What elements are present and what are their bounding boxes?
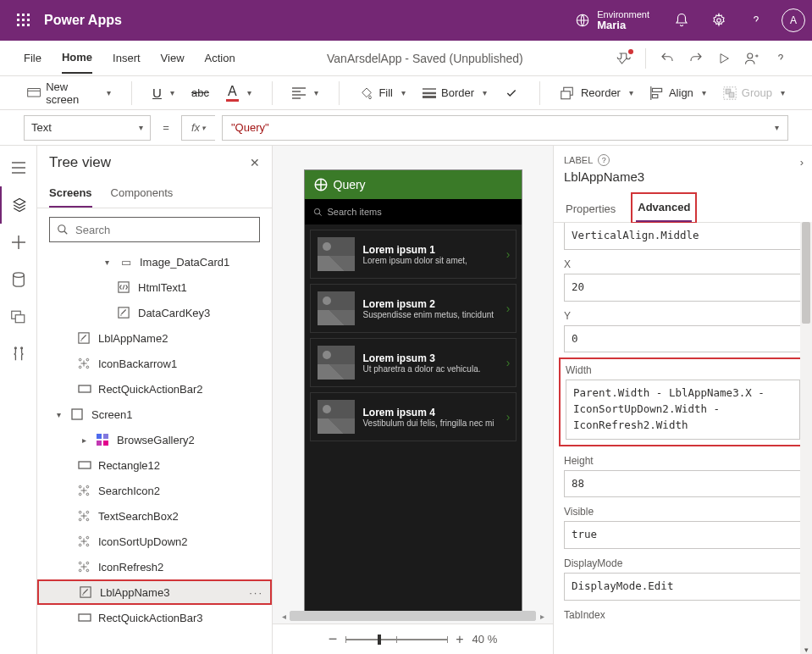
menu-file[interactable]: File [24, 43, 41, 73]
rail-data-icon[interactable] [0, 261, 37, 298]
menu-action[interactable]: Action [205, 43, 235, 73]
menu-insert[interactable]: Insert [113, 43, 141, 73]
reorder-button[interactable]: Reorder [557, 86, 637, 100]
tree-search-input[interactable] [75, 224, 252, 236]
tree-node[interactable]: RectQuickActionBar3 [37, 605, 272, 630]
tree-node[interactable]: LblAppName2 [37, 325, 272, 351]
tree-node[interactable]: TextSearchBox2 [37, 503, 272, 529]
svg-point-58 [86, 485, 89, 488]
left-rail [0, 146, 37, 654]
help-icon[interactable] [737, 0, 775, 41]
list-item[interactable]: Lorem ipsum 3Ut pharetra a dolor ac vehi… [310, 338, 516, 387]
field-input-visible[interactable]: true [564, 521, 802, 549]
tree-search-box[interactable] [49, 217, 260, 242]
menu-home[interactable]: Home [62, 42, 92, 74]
tree-node[interactable]: ▾Screen1 [37, 402, 272, 427]
fx-button[interactable]: fx▾ [181, 115, 215, 141]
list-item[interactable]: Lorem ipsum 1Lorem ipsum dolor sit amet,… [310, 230, 516, 279]
environment-picker[interactable]: Environment Maria [561, 9, 663, 31]
help2-icon[interactable] [773, 51, 788, 66]
rail-hamburger-icon[interactable] [0, 149, 37, 186]
list-item-subtitle: Suspendisse enim metus, tincidunt [363, 310, 494, 319]
strikethrough-button[interactable]: abc [188, 86, 213, 99]
font-color-button[interactable]: A [223, 84, 255, 102]
tree-node[interactable]: IconBackarrow1 [37, 351, 272, 376]
play-icon[interactable] [717, 52, 731, 65]
zoom-out-button[interactable]: − [329, 630, 338, 648]
rail-tree-icon[interactable] [0, 186, 37, 224]
chevron-right-icon[interactable]: ▸ [78, 435, 90, 445]
tree-node[interactable]: SearchIcon2 [37, 478, 272, 503]
app-launcher-icon[interactable] [7, 14, 41, 27]
zoom-knob[interactable] [378, 635, 381, 645]
property-dropdown[interactable]: Text ▾ [24, 115, 151, 141]
list-item[interactable]: Lorem ipsum 4Vestibulum dui felis, fring… [310, 392, 516, 441]
new-screen-button[interactable]: New screen [24, 80, 114, 106]
info-icon[interactable]: ? [598, 154, 610, 166]
tree-node[interactable]: Rectangle12 [37, 452, 272, 478]
environment-name: Maria [597, 19, 649, 31]
zoom-slider[interactable] [345, 639, 447, 640]
formula-input[interactable]: "Query" ▾ [222, 115, 788, 141]
horizontal-scrollbar[interactable]: ◂▸ [273, 608, 553, 624]
svg-point-38 [20, 347, 22, 349]
tab-advanced[interactable]: Advanced [636, 194, 692, 222]
field-input-x[interactable]: 20 [564, 274, 802, 302]
field-input-height[interactable]: 88 [564, 470, 802, 498]
tree-node[interactable]: ▸BrowseGallery2 [37, 427, 272, 452]
field-input-displaymode[interactable]: DisplayMode.Edit [564, 573, 802, 601]
settings-icon[interactable] [700, 0, 737, 41]
list-item-subtitle: Lorem ipsum dolor sit amet, [363, 256, 467, 265]
list-item[interactable]: Lorem ipsum 2Suspendisse enim metus, tin… [310, 284, 516, 333]
notifications-icon[interactable] [663, 0, 700, 41]
thumbnail-icon [318, 400, 355, 434]
underline-button[interactable]: U [149, 86, 178, 100]
rail-media-icon[interactable] [0, 298, 37, 335]
chevron-down-icon[interactable]: ▾ [101, 258, 113, 267]
rail-tools-icon[interactable] [0, 335, 37, 373]
tree-node[interactable]: HtmlText1 [37, 274, 272, 300]
svg-rect-36 [15, 315, 25, 323]
zoom-in-button[interactable]: + [456, 632, 463, 647]
phone-search[interactable]: Search items [305, 199, 522, 224]
property-dropdown-value: Text [31, 121, 52, 134]
tree-node[interactable]: IconRefresh2 [37, 554, 272, 579]
tab-screens[interactable]: Screens [49, 180, 92, 208]
redo-icon[interactable] [688, 51, 704, 66]
vertical-scrollbar[interactable]: ▴▾ [800, 222, 812, 654]
border-button[interactable]: Border [419, 86, 490, 99]
field-input-width[interactable]: Parent.Width - LblAppName3.X - IconSortU… [566, 380, 800, 439]
chevron-down-icon[interactable]: ▾ [52, 410, 64, 419]
chevron-right-icon[interactable]: › [800, 156, 804, 169]
fill-button[interactable]: Fill [356, 86, 409, 100]
rail-insert-icon[interactable] [0, 224, 37, 261]
width-highlight: Width Parent.Width - LblAppName3.X - Ico… [559, 357, 807, 446]
text-align-button[interactable] [289, 87, 322, 99]
chevron-right-icon: › [506, 356, 511, 369]
tree-node[interactable]: DataCardKey3 [37, 300, 272, 325]
phone-preview[interactable]: Query Search items Lorem ipsum 1Lorem ip… [304, 169, 522, 615]
field-input-partial[interactable]: VerticalAlign.Middle [564, 223, 802, 250]
tree-node[interactable]: IconSortUpDown2 [37, 529, 272, 554]
tab-components[interactable]: Components [111, 180, 174, 208]
align-button[interactable]: Align [647, 86, 710, 100]
field-input-y[interactable]: 0 [564, 325, 802, 353]
tree-node[interactable]: ▾▭Image_DataCard1 [37, 249, 272, 274]
menu-view[interactable]: View [161, 43, 185, 73]
tree-node[interactable]: RectQuickActionBar2 [37, 376, 272, 402]
user-avatar[interactable]: A [782, 8, 805, 32]
undo-icon[interactable] [660, 51, 675, 66]
topbar: Power Apps Environment Maria A [0, 0, 812, 41]
app-checker-icon[interactable] [615, 51, 632, 66]
more-icon[interactable]: ··· [249, 586, 263, 599]
control-name: LblAppName3 [564, 169, 802, 184]
document-status: VanArsdelApp - Saved (Unpublished) [256, 52, 594, 65]
close-icon[interactable]: ✕ [250, 156, 260, 169]
tab-properties[interactable]: Properties [564, 196, 617, 222]
check-button[interactable] [500, 87, 522, 99]
tree-node-selected[interactable]: LblAppName3··· [37, 579, 272, 605]
gallery-icon [97, 434, 110, 446]
svg-point-11 [748, 53, 753, 58]
group-button: Group [720, 86, 788, 100]
share-icon[interactable] [744, 51, 760, 66]
